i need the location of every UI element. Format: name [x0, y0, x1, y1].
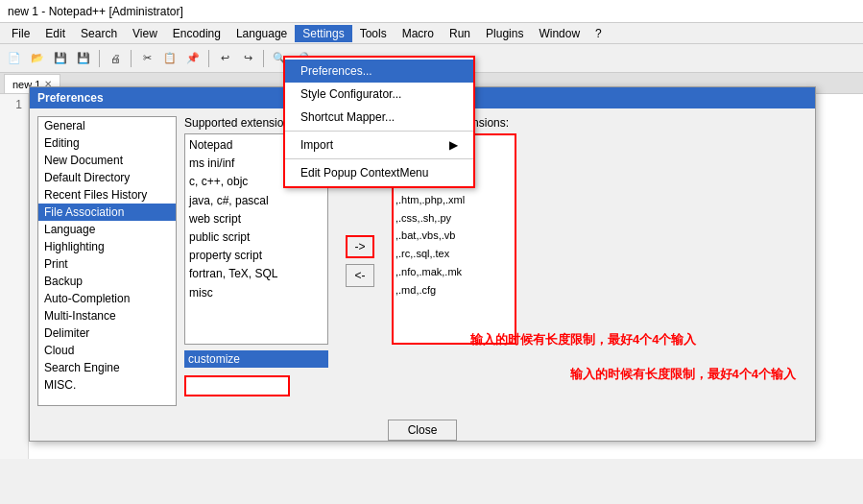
toolbar-saveall[interactable]: 💾	[73, 48, 94, 69]
settings-dropdown: Preferences... Style Configurator... Sho…	[283, 56, 475, 188]
sidebar-default-directory[interactable]: Default Directory	[38, 169, 176, 186]
sidebar-search-engine[interactable]: Search Engine	[38, 359, 176, 376]
sidebar-file-association[interactable]: File Association	[38, 204, 176, 221]
menu-shortcut-mapper[interactable]: Shortcut Mapper...	[285, 106, 473, 129]
menu-encoding[interactable]: Encoding	[165, 25, 228, 42]
extension-input[interactable]	[184, 375, 290, 396]
remove-ext-button[interactable]: <-	[346, 264, 374, 287]
ext-public[interactable]: public script	[187, 228, 325, 247]
toolbar-sep-2	[131, 50, 132, 67]
input-area	[184, 375, 328, 396]
menu-file[interactable]: File	[4, 25, 37, 42]
dialog-footer: Close	[30, 414, 815, 446]
screen-annotation: 输入的时候有长度限制，最好4个4个输入	[470, 331, 696, 348]
toolbar-redo[interactable]: ↪	[237, 48, 258, 69]
ext-customize[interactable]: customize	[184, 350, 328, 368]
toolbar-print[interactable]: 🖨	[105, 48, 126, 69]
menu-help[interactable]: ?	[587, 25, 610, 42]
toolbar-copy[interactable]: 📋	[159, 48, 180, 69]
toolbar-paste[interactable]: 📌	[182, 48, 204, 69]
sidebar-new-document[interactable]: New Document	[38, 152, 176, 169]
ext-java[interactable]: java, c#, pascal	[187, 192, 325, 210]
sidebar-misc[interactable]: MISC.	[38, 376, 176, 394]
menu-run[interactable]: Run	[442, 25, 478, 42]
sidebar-editing[interactable]: Editing	[38, 134, 176, 152]
menu-edit-popup[interactable]: Edit Popup ContextMenu	[285, 161, 473, 184]
sidebar-language[interactable]: Language	[38, 221, 176, 238]
menu-preferences[interactable]: Preferences...	[285, 60, 473, 83]
toolbar-sep-1	[99, 50, 100, 67]
menu-language[interactable]: Language	[228, 25, 295, 42]
sidebar-delimiter[interactable]: Delimiter	[38, 324, 176, 342]
menu-style-configurator[interactable]: Style Configurator...	[285, 83, 473, 106]
toolbar-sep-4	[263, 50, 264, 67]
menu-search[interactable]: Search	[73, 25, 125, 42]
file-assoc-area: Supported extensions: Notepad ms ini/inf…	[184, 116, 807, 406]
title-bar: new 1 - Notepad++ [Administrator]	[0, 0, 863, 23]
menu-macro[interactable]: Macro	[395, 25, 442, 42]
ext-fortran[interactable]: fortran, TeX, SQL	[187, 265, 325, 283]
toolbar-open[interactable]: 📂	[27, 48, 48, 69]
dialog-sidebar: General Editing New Document Default Dir…	[37, 116, 177, 406]
dropdown-sep-2	[285, 158, 473, 159]
annotation-text: 输入的时候有长度限制，最好4个4个输入	[570, 366, 796, 383]
toolbar-new[interactable]: 📄	[4, 48, 25, 69]
close-button[interactable]: Close	[388, 420, 458, 441]
sidebar-general[interactable]: General	[38, 117, 176, 134]
title-text: new 1 - Notepad++ [Administrator]	[8, 5, 183, 18]
menu-view[interactable]: View	[125, 25, 165, 42]
sidebar-recent-files[interactable]: Recent Files History	[38, 186, 176, 204]
sidebar-highlighting[interactable]: Highlighting	[38, 238, 176, 255]
ext-web[interactable]: web script	[187, 210, 325, 228]
menu-plugins[interactable]: Plugins	[478, 25, 531, 42]
dropdown-sep-1	[285, 131, 473, 132]
toolbar-cut[interactable]: ✂	[136, 48, 157, 69]
toolbar-undo[interactable]: ↩	[214, 48, 235, 69]
menu-tools[interactable]: Tools	[352, 25, 395, 42]
toolbar-sep-3	[208, 50, 209, 67]
sidebar-auto-completion[interactable]: Auto-Completion	[38, 290, 176, 307]
line-number-1: 1	[6, 98, 22, 111]
menu-bar: File Edit Search View Encoding Language …	[0, 23, 863, 44]
ext-misc[interactable]: misc	[187, 284, 325, 302]
toolbar-save[interactable]: 💾	[50, 48, 71, 69]
add-ext-button[interactable]: ->	[346, 235, 374, 258]
menu-settings[interactable]: Settings	[295, 25, 351, 42]
line-numbers: 1	[0, 94, 29, 459]
sidebar-print[interactable]: Print	[38, 255, 176, 273]
menu-window[interactable]: Window	[531, 25, 587, 42]
ext-property[interactable]: property script	[187, 247, 325, 265]
sidebar-backup[interactable]: Backup	[38, 273, 176, 290]
sidebar-cloud[interactable]: Cloud	[38, 342, 176, 359]
menu-edit[interactable]: Edit	[37, 25, 73, 42]
sidebar-multi-instance[interactable]: Multi-Instance	[38, 307, 176, 324]
dialog-main: Supported extensions: Notepad ms ini/inf…	[184, 116, 807, 406]
menu-import[interactable]: Import ▶	[285, 133, 473, 156]
